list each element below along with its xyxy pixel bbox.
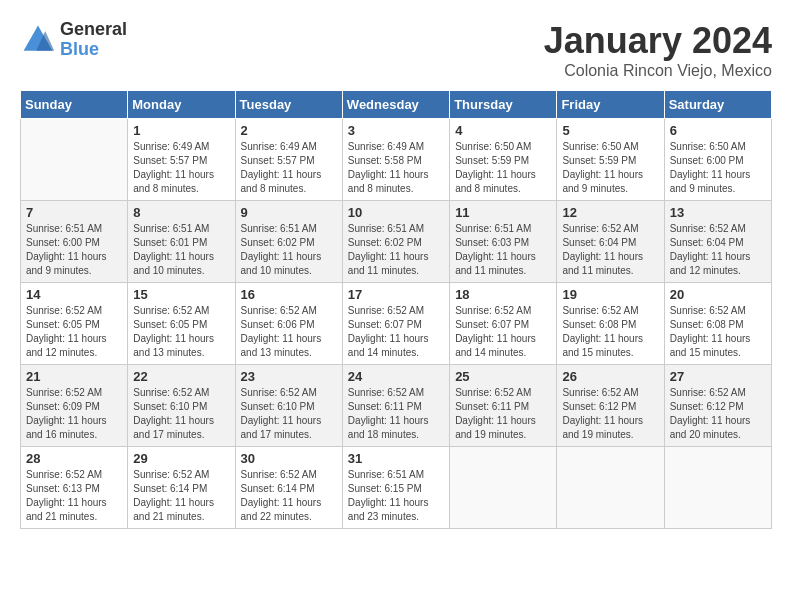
day-info: Sunrise: 6:50 AM Sunset: 5:59 PM Dayligh… — [455, 140, 551, 196]
calendar-day-cell: 3Sunrise: 6:49 AM Sunset: 5:58 PM Daylig… — [342, 119, 449, 201]
day-number: 13 — [670, 205, 766, 220]
page-header: General Blue January 2024 Colonia Rincon… — [20, 20, 772, 80]
calendar-day-cell: 20Sunrise: 6:52 AM Sunset: 6:08 PM Dayli… — [664, 283, 771, 365]
day-info: Sunrise: 6:50 AM Sunset: 5:59 PM Dayligh… — [562, 140, 658, 196]
day-info: Sunrise: 6:52 AM Sunset: 6:11 PM Dayligh… — [455, 386, 551, 442]
calendar-day-cell: 8Sunrise: 6:51 AM Sunset: 6:01 PM Daylig… — [128, 201, 235, 283]
calendar-day-cell: 29Sunrise: 6:52 AM Sunset: 6:14 PM Dayli… — [128, 447, 235, 529]
day-info: Sunrise: 6:52 AM Sunset: 6:05 PM Dayligh… — [133, 304, 229, 360]
calendar-day-cell: 7Sunrise: 6:51 AM Sunset: 6:00 PM Daylig… — [21, 201, 128, 283]
day-info: Sunrise: 6:50 AM Sunset: 6:00 PM Dayligh… — [670, 140, 766, 196]
calendar-day-cell: 26Sunrise: 6:52 AM Sunset: 6:12 PM Dayli… — [557, 365, 664, 447]
day-number: 20 — [670, 287, 766, 302]
calendar-day-cell: 2Sunrise: 6:49 AM Sunset: 5:57 PM Daylig… — [235, 119, 342, 201]
calendar-header-row: SundayMondayTuesdayWednesdayThursdayFrid… — [21, 91, 772, 119]
day-info: Sunrise: 6:49 AM Sunset: 5:58 PM Dayligh… — [348, 140, 444, 196]
weekday-header: Friday — [557, 91, 664, 119]
day-info: Sunrise: 6:51 AM Sunset: 6:01 PM Dayligh… — [133, 222, 229, 278]
calendar-day-cell: 14Sunrise: 6:52 AM Sunset: 6:05 PM Dayli… — [21, 283, 128, 365]
logo: General Blue — [20, 20, 127, 60]
calendar-day-cell: 28Sunrise: 6:52 AM Sunset: 6:13 PM Dayli… — [21, 447, 128, 529]
calendar-day-cell: 31Sunrise: 6:51 AM Sunset: 6:15 PM Dayli… — [342, 447, 449, 529]
calendar-table: SundayMondayTuesdayWednesdayThursdayFrid… — [20, 90, 772, 529]
day-info: Sunrise: 6:52 AM Sunset: 6:04 PM Dayligh… — [562, 222, 658, 278]
day-number: 1 — [133, 123, 229, 138]
calendar-day-cell: 17Sunrise: 6:52 AM Sunset: 6:07 PM Dayli… — [342, 283, 449, 365]
day-info: Sunrise: 6:52 AM Sunset: 6:10 PM Dayligh… — [133, 386, 229, 442]
calendar-day-cell: 21Sunrise: 6:52 AM Sunset: 6:09 PM Dayli… — [21, 365, 128, 447]
day-number: 14 — [26, 287, 122, 302]
calendar-day-cell — [557, 447, 664, 529]
calendar-day-cell — [21, 119, 128, 201]
calendar-day-cell: 9Sunrise: 6:51 AM Sunset: 6:02 PM Daylig… — [235, 201, 342, 283]
day-number: 29 — [133, 451, 229, 466]
calendar-day-cell: 1Sunrise: 6:49 AM Sunset: 5:57 PM Daylig… — [128, 119, 235, 201]
day-number: 9 — [241, 205, 337, 220]
day-number: 30 — [241, 451, 337, 466]
calendar-week-row: 1Sunrise: 6:49 AM Sunset: 5:57 PM Daylig… — [21, 119, 772, 201]
calendar-day-cell: 27Sunrise: 6:52 AM Sunset: 6:12 PM Dayli… — [664, 365, 771, 447]
day-number: 15 — [133, 287, 229, 302]
day-info: Sunrise: 6:51 AM Sunset: 6:02 PM Dayligh… — [348, 222, 444, 278]
day-number: 31 — [348, 451, 444, 466]
day-number: 22 — [133, 369, 229, 384]
day-info: Sunrise: 6:52 AM Sunset: 6:07 PM Dayligh… — [455, 304, 551, 360]
weekday-header: Saturday — [664, 91, 771, 119]
day-number: 10 — [348, 205, 444, 220]
calendar-day-cell: 11Sunrise: 6:51 AM Sunset: 6:03 PM Dayli… — [450, 201, 557, 283]
calendar-day-cell — [450, 447, 557, 529]
day-number: 11 — [455, 205, 551, 220]
day-number: 3 — [348, 123, 444, 138]
calendar-day-cell: 25Sunrise: 6:52 AM Sunset: 6:11 PM Dayli… — [450, 365, 557, 447]
calendar-day-cell: 18Sunrise: 6:52 AM Sunset: 6:07 PM Dayli… — [450, 283, 557, 365]
day-number: 28 — [26, 451, 122, 466]
day-info: Sunrise: 6:52 AM Sunset: 6:04 PM Dayligh… — [670, 222, 766, 278]
calendar-day-cell: 16Sunrise: 6:52 AM Sunset: 6:06 PM Dayli… — [235, 283, 342, 365]
calendar-day-cell: 24Sunrise: 6:52 AM Sunset: 6:11 PM Dayli… — [342, 365, 449, 447]
day-info: Sunrise: 6:52 AM Sunset: 6:08 PM Dayligh… — [670, 304, 766, 360]
day-info: Sunrise: 6:52 AM Sunset: 6:07 PM Dayligh… — [348, 304, 444, 360]
calendar-week-row: 7Sunrise: 6:51 AM Sunset: 6:00 PM Daylig… — [21, 201, 772, 283]
day-info: Sunrise: 6:52 AM Sunset: 6:13 PM Dayligh… — [26, 468, 122, 524]
day-info: Sunrise: 6:51 AM Sunset: 6:02 PM Dayligh… — [241, 222, 337, 278]
day-info: Sunrise: 6:52 AM Sunset: 6:12 PM Dayligh… — [670, 386, 766, 442]
calendar-day-cell: 19Sunrise: 6:52 AM Sunset: 6:08 PM Dayli… — [557, 283, 664, 365]
day-info: Sunrise: 6:51 AM Sunset: 6:03 PM Dayligh… — [455, 222, 551, 278]
day-number: 21 — [26, 369, 122, 384]
day-number: 8 — [133, 205, 229, 220]
day-info: Sunrise: 6:49 AM Sunset: 5:57 PM Dayligh… — [133, 140, 229, 196]
day-info: Sunrise: 6:52 AM Sunset: 6:12 PM Dayligh… — [562, 386, 658, 442]
day-info: Sunrise: 6:49 AM Sunset: 5:57 PM Dayligh… — [241, 140, 337, 196]
day-number: 7 — [26, 205, 122, 220]
day-info: Sunrise: 6:52 AM Sunset: 6:14 PM Dayligh… — [133, 468, 229, 524]
day-number: 4 — [455, 123, 551, 138]
day-info: Sunrise: 6:52 AM Sunset: 6:14 PM Dayligh… — [241, 468, 337, 524]
title-block: January 2024 Colonia Rincon Viejo, Mexic… — [544, 20, 772, 80]
calendar-week-row: 14Sunrise: 6:52 AM Sunset: 6:05 PM Dayli… — [21, 283, 772, 365]
calendar-day-cell: 5Sunrise: 6:50 AM Sunset: 5:59 PM Daylig… — [557, 119, 664, 201]
day-number: 12 — [562, 205, 658, 220]
day-info: Sunrise: 6:52 AM Sunset: 6:08 PM Dayligh… — [562, 304, 658, 360]
day-info: Sunrise: 6:52 AM Sunset: 6:11 PM Dayligh… — [348, 386, 444, 442]
day-number: 5 — [562, 123, 658, 138]
day-number: 25 — [455, 369, 551, 384]
calendar-day-cell — [664, 447, 771, 529]
day-number: 6 — [670, 123, 766, 138]
day-number: 2 — [241, 123, 337, 138]
calendar-day-cell: 15Sunrise: 6:52 AM Sunset: 6:05 PM Dayli… — [128, 283, 235, 365]
day-number: 26 — [562, 369, 658, 384]
calendar-day-cell: 22Sunrise: 6:52 AM Sunset: 6:10 PM Dayli… — [128, 365, 235, 447]
month-title: January 2024 — [544, 20, 772, 62]
day-number: 16 — [241, 287, 337, 302]
day-number: 17 — [348, 287, 444, 302]
day-info: Sunrise: 6:52 AM Sunset: 6:10 PM Dayligh… — [241, 386, 337, 442]
logo-blue-text: Blue — [60, 40, 127, 60]
day-number: 23 — [241, 369, 337, 384]
day-info: Sunrise: 6:52 AM Sunset: 6:05 PM Dayligh… — [26, 304, 122, 360]
day-info: Sunrise: 6:52 AM Sunset: 6:09 PM Dayligh… — [26, 386, 122, 442]
weekday-header: Wednesday — [342, 91, 449, 119]
calendar-week-row: 28Sunrise: 6:52 AM Sunset: 6:13 PM Dayli… — [21, 447, 772, 529]
day-info: Sunrise: 6:51 AM Sunset: 6:15 PM Dayligh… — [348, 468, 444, 524]
day-number: 19 — [562, 287, 658, 302]
weekday-header: Tuesday — [235, 91, 342, 119]
